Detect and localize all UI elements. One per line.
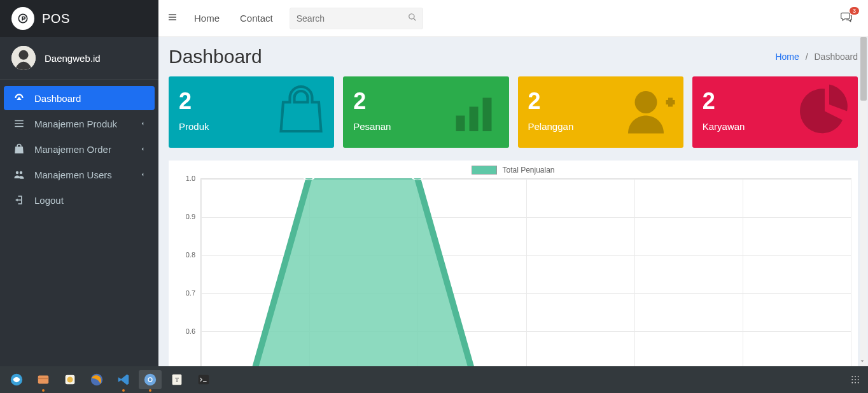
nav-link-home[interactable]: Home bbox=[190, 13, 223, 24]
breadcrumb: Home / Dashboard bbox=[775, 52, 858, 62]
scroll-down-icon[interactable] bbox=[858, 357, 867, 366]
sidebar-item-label: Manajemen Produk bbox=[34, 118, 117, 129]
sidebar-item-label: Manajemen Order bbox=[34, 144, 111, 155]
svg-rect-4 bbox=[482, 98, 491, 132]
sidebar-item-label: Logout bbox=[34, 195, 64, 206]
svg-point-12 bbox=[67, 376, 73, 382]
sidebar-item-dashboard[interactable]: Dashboard bbox=[4, 86, 155, 110]
bag-icon bbox=[274, 85, 328, 140]
taskbar: T bbox=[0, 366, 868, 393]
svg-point-22 bbox=[858, 376, 859, 377]
svg-point-24 bbox=[855, 379, 856, 380]
taskbar-app-vscode[interactable] bbox=[112, 370, 135, 389]
avatar bbox=[11, 46, 36, 70]
list-icon bbox=[13, 118, 25, 129]
breadcrumb-current: Dashboard bbox=[815, 52, 858, 62]
taskbar-app-system[interactable] bbox=[5, 370, 28, 389]
chevron-left-icon bbox=[139, 144, 146, 154]
card-produk[interactable]: 2 Produk bbox=[169, 76, 334, 148]
svg-rect-9 bbox=[38, 376, 49, 384]
page-title: Dashboard bbox=[169, 46, 262, 68]
taskbar-app-store[interactable] bbox=[59, 370, 81, 389]
users-icon bbox=[13, 169, 25, 180]
breadcrumb-sep: / bbox=[802, 52, 812, 62]
svg-point-25 bbox=[858, 379, 859, 380]
sidebar-item-users[interactable]: Manajemen Users bbox=[4, 162, 155, 187]
stat-cards: 2 Produk 2 Pesanan 2 Pelanggan 2 Karyawa… bbox=[169, 76, 858, 148]
svg-point-1 bbox=[18, 50, 28, 60]
legend-swatch bbox=[472, 166, 497, 175]
svg-rect-10 bbox=[38, 378, 49, 379]
search-button[interactable] bbox=[408, 13, 417, 24]
svg-point-28 bbox=[858, 382, 859, 383]
sidebar-item-order[interactable]: Manajemen Order bbox=[4, 137, 155, 161]
taskbar-app-chromium[interactable] bbox=[139, 370, 162, 389]
taskbar-app-firefox[interactable] bbox=[85, 370, 108, 389]
chevron-left-icon bbox=[139, 118, 146, 129]
brand[interactable]: POS bbox=[0, 0, 158, 37]
chevron-left-icon bbox=[139, 169, 146, 180]
sidebar-item-label: Dashboard bbox=[34, 93, 81, 104]
svg-point-16 bbox=[149, 378, 152, 382]
svg-point-26 bbox=[851, 382, 853, 383]
page-header: Dashboard Home / Dashboard bbox=[169, 46, 858, 68]
chart-y-axis: 1.00.90.80.70.60.5 bbox=[169, 178, 199, 366]
chart-plot bbox=[200, 178, 851, 366]
chart-legend: Total Penjualan bbox=[169, 166, 858, 175]
messages-button[interactable]: 3 bbox=[840, 11, 853, 25]
taskbar-app-text[interactable]: T bbox=[165, 370, 188, 389]
svg-text:T: T bbox=[175, 376, 179, 383]
svg-point-21 bbox=[855, 376, 856, 377]
brand-logo-icon bbox=[11, 7, 34, 30]
svg-point-6 bbox=[304, 178, 313, 180]
card-pelanggan[interactable]: 2 Pelanggan bbox=[518, 76, 683, 148]
svg-point-23 bbox=[851, 379, 853, 380]
menu-toggle-icon[interactable] bbox=[167, 12, 178, 24]
chart-area: 1.00.90.80.70.60.5 bbox=[169, 178, 858, 366]
search-input[interactable] bbox=[297, 13, 408, 24]
svg-rect-2 bbox=[456, 116, 465, 132]
svg-rect-19 bbox=[199, 375, 209, 385]
messages-badge: 3 bbox=[850, 7, 859, 15]
taskbar-app-terminal[interactable] bbox=[192, 370, 215, 389]
nav-link-contact[interactable]: Contact bbox=[236, 13, 277, 24]
sidebar: POS Daengweb.id Dashboard Manajemen Prod… bbox=[0, 0, 158, 366]
sidebar-nav: Dashboard Manajemen Produk Manajemen Ord… bbox=[0, 80, 158, 220]
bag-icon bbox=[13, 143, 25, 155]
brand-text: POS bbox=[42, 11, 70, 26]
scrollbar-thumb[interactable] bbox=[860, 37, 867, 101]
logout-icon bbox=[13, 194, 25, 206]
scrollbar[interactable] bbox=[860, 37, 867, 366]
sidebar-item-label: Manajemen Users bbox=[34, 169, 112, 180]
sidebar-item-produk[interactable]: Manajemen Produk bbox=[4, 111, 155, 136]
chart-panel: Total Penjualan 1.00.90.80.70.60.5 bbox=[169, 161, 858, 366]
breadcrumb-home[interactable]: Home bbox=[775, 52, 799, 62]
sidebar-item-logout[interactable]: Logout bbox=[4, 188, 155, 212]
taskbar-apps-grid[interactable] bbox=[848, 372, 863, 387]
svg-point-27 bbox=[855, 382, 856, 383]
bar-chart-icon bbox=[449, 85, 503, 140]
card-pesanan[interactable]: 2 Pesanan bbox=[343, 76, 508, 148]
svg-rect-3 bbox=[469, 107, 478, 132]
search-box bbox=[290, 8, 423, 29]
svg-point-7 bbox=[413, 178, 422, 180]
search-icon bbox=[408, 14, 417, 24]
svg-point-5 bbox=[634, 91, 657, 113]
user-panel[interactable]: Daengweb.id bbox=[0, 37, 158, 80]
user-plus-icon bbox=[624, 85, 677, 140]
content: Dashboard Home / Dashboard 2 Produk 2 Pe… bbox=[158, 37, 868, 366]
taskbar-app-files[interactable] bbox=[32, 370, 55, 389]
card-karyawan[interactable]: 2 Karyawan bbox=[692, 76, 858, 148]
main: Home Contact 3 Dashboard Home / Dashboar… bbox=[158, 0, 868, 366]
pie-chart-icon bbox=[798, 85, 851, 140]
legend-label: Total Penjualan bbox=[502, 166, 554, 175]
dashboard-icon bbox=[13, 92, 25, 104]
topbar: Home Contact 3 bbox=[158, 0, 868, 37]
svg-point-20 bbox=[851, 376, 853, 377]
user-name: Daengweb.id bbox=[45, 53, 101, 64]
